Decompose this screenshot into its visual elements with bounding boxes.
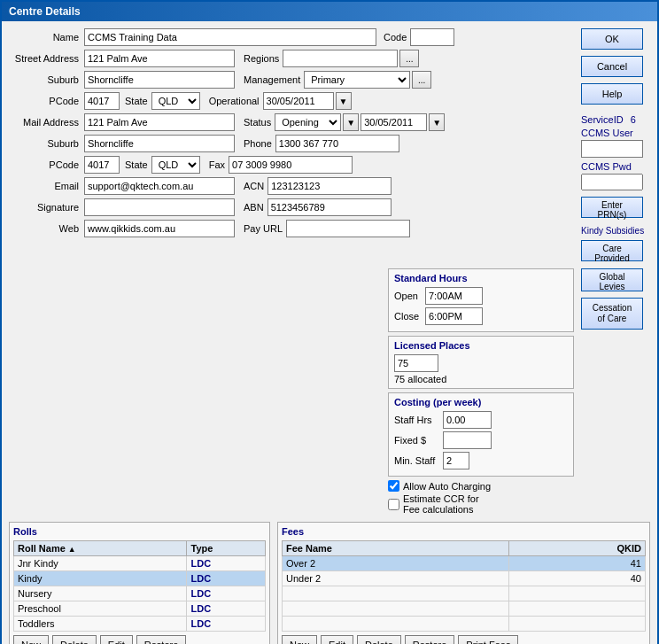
signature-label: Signature — [9, 202, 84, 213]
code-input[interactable] — [410, 28, 454, 46]
ccms-user-input[interactable] — [581, 140, 643, 158]
state2-select[interactable]: QLD — [151, 156, 200, 174]
fixed-input[interactable] — [443, 431, 492, 449]
status-date-dropdown[interactable]: ▼ — [429, 113, 445, 131]
status-dropdown-button[interactable]: ▼ — [343, 113, 359, 131]
abn-label: ABN — [244, 202, 264, 213]
fax-label: Fax — [209, 159, 225, 170]
rolls-table: Roll Name ▲ Type Jnr Kindy LDC Kindy — [13, 540, 266, 632]
rolls-edit-button[interactable]: Edit — [100, 635, 133, 644]
fees-new-button[interactable]: New — [282, 635, 317, 644]
fees-edit-button[interactable]: Edit — [321, 635, 353, 644]
table-row[interactable] — [283, 586, 646, 601]
phone-label: Phone — [244, 138, 272, 149]
web-label: Web — [9, 223, 84, 234]
serviceid-label: ServiceID — [581, 114, 624, 125]
status-date-input[interactable] — [361, 113, 427, 131]
close-label: Close — [394, 311, 425, 322]
management-select[interactable]: Primary — [304, 71, 410, 89]
fixed-label: Fixed $ — [394, 435, 443, 446]
name-label: Name — [9, 32, 84, 43]
name-input[interactable] — [84, 28, 376, 46]
email-label: Email — [9, 181, 84, 191]
ok-button[interactable]: OK — [581, 28, 643, 50]
operational-input[interactable] — [263, 92, 334, 110]
suburb-label: Suburb — [9, 74, 84, 85]
abn-input[interactable] — [267, 198, 392, 216]
open-label: Open — [394, 291, 425, 301]
table-row[interactable]: Nursery LDC — [14, 586, 266, 601]
payurl-input[interactable] — [286, 220, 410, 237]
code-label: Code — [384, 32, 407, 43]
minstaf-input[interactable] — [443, 452, 469, 469]
regions-label: Regions — [244, 53, 279, 64]
ccms-pwd-input[interactable] — [581, 174, 643, 190]
care-provided-button[interactable]: Care Provided — [581, 240, 643, 261]
cancel-button[interactable]: Cancel — [581, 56, 643, 77]
operational-dropdown-button[interactable]: ▼ — [336, 92, 352, 110]
kindy-subsidies-label: Kindy Subsidies — [581, 226, 650, 236]
roll-name-sort-icon: ▲ — [68, 545, 76, 554]
serviceid-value: 6 — [631, 114, 636, 125]
rolls-restore-button[interactable]: Restore — [136, 635, 187, 644]
pcode-input[interactable] — [84, 92, 120, 110]
status-select[interactable]: Opening — [275, 113, 341, 131]
street-input[interactable] — [84, 50, 235, 67]
regions-input[interactable] — [283, 50, 398, 67]
licensed-input[interactable] — [394, 354, 438, 372]
email-input[interactable] — [84, 177, 235, 195]
operational-label: Operational — [209, 96, 260, 106]
rolls-delete-button[interactable]: Delete — [52, 635, 97, 644]
title-bar: Centre Details — [2, 2, 657, 21]
standard-hours-title: Standard Hours — [394, 273, 568, 283]
global-levies-button[interactable]: Global Levies — [581, 268, 643, 291]
suburb2-input[interactable] — [84, 135, 235, 152]
acn-label: ACN — [244, 181, 264, 191]
payurl-label: Pay URL — [244, 223, 283, 234]
table-row[interactable] — [283, 601, 646, 617]
staff-hrs-input[interactable] — [443, 411, 492, 429]
cessation-care-button[interactable]: Cessation of Care — [581, 298, 643, 330]
rolls-title: Rolls — [13, 526, 266, 537]
licensed-title: Licensed Places — [394, 340, 568, 351]
pcode-label: PCode — [9, 96, 84, 106]
suburb-input[interactable] — [84, 71, 235, 89]
acn-input[interactable] — [267, 177, 392, 195]
close-input[interactable] — [425, 307, 483, 325]
mail-input[interactable] — [84, 113, 235, 131]
street-label: Street Address — [9, 53, 84, 64]
pcode2-input[interactable] — [84, 156, 120, 174]
fax-input[interactable] — [229, 156, 353, 174]
rolls-new-button[interactable]: New — [13, 635, 49, 644]
rolls-col-type[interactable]: Type — [187, 541, 266, 556]
fees-restore-button[interactable]: Restore — [405, 635, 455, 644]
fees-col-name[interactable]: Fee Name — [283, 541, 509, 556]
mail-label: Mail Address — [9, 117, 84, 128]
table-row[interactable]: Over 2 41 — [283, 556, 646, 571]
state-label: State — [125, 96, 148, 106]
table-row[interactable]: Toddlers LDC — [14, 617, 266, 632]
phone-input[interactable] — [275, 135, 399, 152]
status-label: Status — [244, 117, 271, 128]
allow-auto-label: Allow Auto Charging — [403, 481, 491, 492]
table-row[interactable]: Under 2 40 — [283, 571, 646, 586]
state-select[interactable]: QLD — [151, 92, 200, 110]
signature-input[interactable] — [84, 198, 235, 216]
help-button[interactable]: Help — [581, 83, 643, 105]
table-row[interactable]: Jnr Kindy LDC — [14, 556, 266, 571]
fees-col-qkid[interactable]: QKID — [509, 541, 646, 556]
fees-print-button[interactable]: Print Fees — [458, 635, 518, 644]
enter-prn-button[interactable]: Enter PRN(s) — [581, 197, 643, 218]
table-row[interactable] — [283, 617, 646, 632]
table-row[interactable]: Kindy LDC — [14, 571, 266, 586]
table-row[interactable]: Preschool LDC — [14, 601, 266, 617]
regions-ellipsis-button[interactable]: ... — [399, 50, 419, 67]
open-input[interactable] — [425, 287, 483, 305]
allow-auto-checkbox[interactable] — [388, 480, 399, 492]
management-ellipsis-button[interactable]: ... — [412, 71, 431, 89]
fees-delete-button[interactable]: Delete — [357, 635, 401, 644]
estimate-ccr-checkbox[interactable] — [388, 499, 399, 510]
rolls-col-name[interactable]: Roll Name ▲ — [14, 541, 187, 556]
web-input[interactable] — [84, 220, 235, 237]
management-label: Management — [244, 74, 300, 85]
